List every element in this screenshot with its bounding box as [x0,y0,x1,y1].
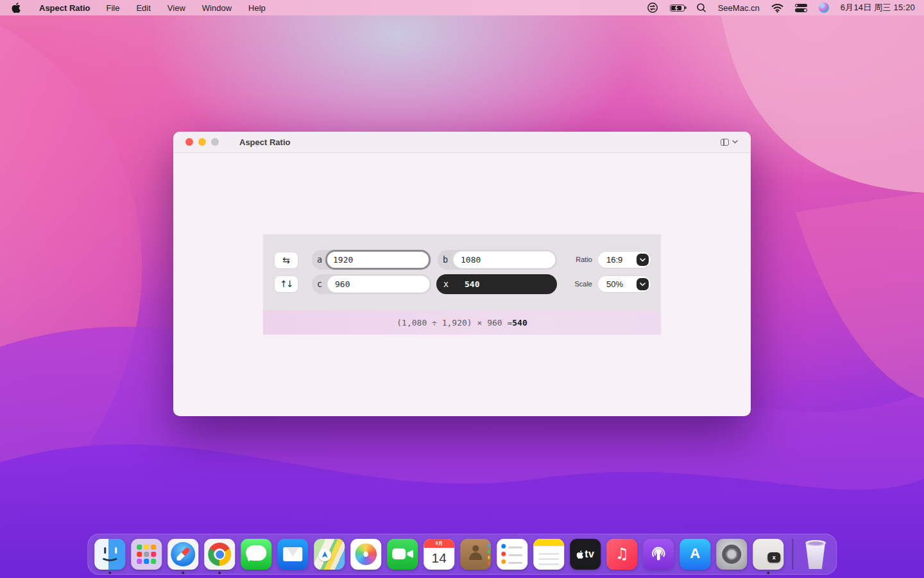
app-store-icon: A [680,539,710,570]
status-control-center[interactable] [789,0,813,15]
chevron-down-icon [732,140,738,144]
dock-item-aspect-ratio-app[interactable]: x [753,539,783,570]
aspect-ratio-window: Aspect Ratio ⇆ ↑↓ a b c x 540 Ratio 1 [173,132,751,416]
reminders-icon [497,539,527,570]
mail-icon [277,539,308,570]
dock-item-facetime[interactable] [387,539,418,570]
field-c-label: c [312,274,327,294]
search-icon [696,3,706,13]
calculator-panel: ⇆ ↑↓ a b c x 540 Ratio 16:9 Scale [263,234,661,310]
swap-horizontal-button[interactable]: ⇆ [275,252,298,268]
calendar-month: 6月 [424,539,454,548]
dock-item-maps[interactable] [314,539,345,570]
menu-file[interactable]: File [98,0,128,15]
field-group-x-result: x 540 [436,274,557,294]
podcasts-icon [643,539,674,570]
scale-label: Scale [551,280,592,288]
launchpad-icon [131,539,162,570]
menu-view[interactable]: View [159,0,194,15]
dock-item-music[interactable]: ♫ [606,539,637,570]
formula-result: 540 [512,318,527,328]
dock-item-app-store[interactable]: A [680,539,710,570]
active-app-menu[interactable]: Aspect Ratio [31,3,98,13]
aspect-ratio-badge: x [767,552,780,563]
scale-dropdown[interactable]: 50% [598,276,651,292]
field-c-input[interactable] [327,276,430,293]
notes-icon [533,539,564,570]
dock-item-reminders[interactable] [497,539,527,570]
dock-item-finder[interactable] [94,539,125,570]
gear-icon [716,539,747,570]
finder-icon [94,539,125,570]
dock-item-podcasts[interactable] [643,539,674,570]
window-tab-control[interactable] [721,139,738,146]
window-title: Aspect Ratio [239,137,290,147]
siri-icon [819,3,829,13]
contacts-icon [460,539,491,570]
messages-icon [241,539,271,570]
safari-icon [167,539,198,570]
music-icon: ♫ [606,539,637,570]
ratio-chevron-button[interactable] [637,254,649,266]
window-titlebar[interactable]: Aspect Ratio [173,132,751,153]
status-siri[interactable] [813,0,835,15]
field-b-input[interactable] [453,251,556,268]
minimize-button[interactable] [198,138,206,146]
menu-bar: Aspect Ratio File Edit View Window Help … [0,0,924,15]
formula-expression: (1,080 ÷ 1,920) × 960 = [397,318,512,328]
battery-icon [670,4,685,12]
menu-help[interactable]: Help [240,0,274,15]
field-x-value: 540 [465,274,479,294]
apple-glyph [576,550,583,559]
wifi-icon [771,3,783,13]
field-group-b: b [438,250,557,270]
apple-menu[interactable] [0,0,31,15]
status-wifi[interactable] [766,0,789,15]
status-clock[interactable]: 6月14日 周三 15:20 [835,2,924,13]
dock-separator [792,539,793,570]
facetime-icon [387,539,418,570]
menu-edit[interactable]: Edit [128,0,158,15]
dock-item-apple-tv[interactable]: tv [570,539,601,570]
dock: 6月 14 tv ♫ A x [87,534,837,575]
photos-icon [350,539,381,570]
close-button[interactable] [185,138,193,146]
window-layout-icon [721,139,729,146]
formula-bar: (1,080 ÷ 1,920) × 960 = 540 [263,310,661,335]
control-center-icon [795,4,807,12]
dock-item-contacts[interactable] [460,539,491,570]
tv-glyph: tv [585,548,594,559]
apple-tv-icon: tv [570,539,601,570]
chevron-down-icon [640,283,646,286]
dock-item-safari[interactable] [167,539,198,570]
menu-window[interactable]: Window [194,0,240,15]
field-b-label: b [438,250,453,270]
scale-chevron-button[interactable] [637,278,649,290]
status-battery[interactable] [664,0,690,15]
status-search[interactable] [690,0,712,15]
ratio-dropdown[interactable]: 16:9 [598,252,651,268]
dock-item-notes[interactable] [533,539,564,570]
aspect-ratio-app-icon: x [753,539,783,570]
chrome-icon [204,539,235,570]
calendar-day: 14 [424,548,454,570]
field-group-c: c [312,274,431,294]
field-group-a: a [312,250,431,270]
status-network-name[interactable]: SeeMac.cn [712,3,766,13]
switcher-icon [647,2,658,13]
zoom-button-disabled [211,138,219,146]
dock-item-launchpad[interactable] [131,539,162,570]
field-x-label: x [436,274,456,294]
status-switcher[interactable] [641,0,664,15]
field-a-input[interactable] [325,250,431,270]
traffic-lights [173,138,219,146]
maps-icon [314,539,345,570]
dock-item-system-preferences[interactable] [716,539,747,570]
dock-item-photos[interactable] [350,539,381,570]
dock-item-mail[interactable] [277,539,308,570]
dock-item-calendar[interactable]: 6月 14 [424,539,454,570]
dock-item-trash[interactable] [801,539,830,570]
dock-item-chrome[interactable] [204,539,235,570]
dock-item-messages[interactable] [241,539,271,570]
swap-vertical-button[interactable]: ↑↓ [275,276,298,292]
